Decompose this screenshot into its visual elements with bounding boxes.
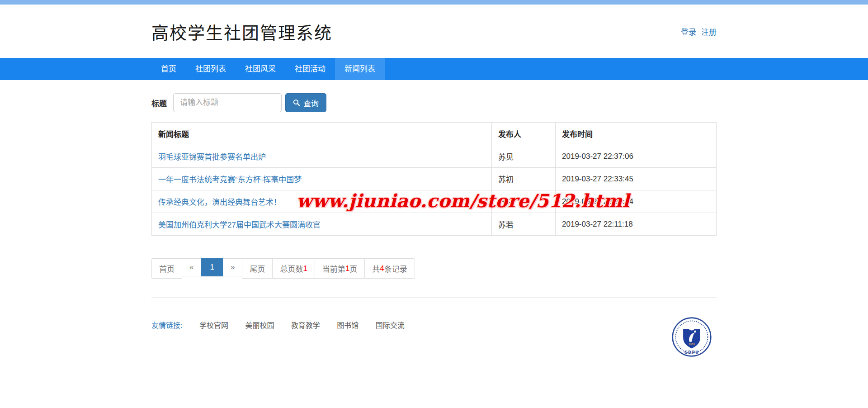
search-icon: [293, 99, 300, 106]
svg-text:GDPU: GDPU: [684, 350, 699, 355]
publisher-cell: 苏若: [491, 213, 555, 236]
footer-link-library[interactable]: 图书馆: [337, 322, 359, 329]
publisher-cell: 苏只: [491, 190, 555, 213]
nav-item-home[interactable]: 首页: [151, 58, 186, 80]
news-table: 新闻标题 发布人 发布时间 羽毛球亚锦赛首批参赛名单出炉 苏见 2019-03-…: [151, 122, 717, 236]
search-button[interactable]: 查询: [285, 93, 326, 112]
nav-item-club-style[interactable]: 社团风采: [236, 58, 285, 80]
table-header-row: 新闻标题 发布人 发布时间: [152, 123, 717, 145]
pagination-next[interactable]: »: [223, 258, 242, 276]
nav-item-club-activity[interactable]: 社团活动: [285, 58, 335, 80]
pagination-total-pages: 总页数1: [272, 258, 315, 279]
column-header-publish-time: 发布时间: [556, 123, 717, 145]
svg-text:1958: 1958: [689, 343, 695, 346]
search-form: 标题 查询: [151, 93, 717, 112]
publish-time-cell: 2019-03-27 22:33:45: [556, 168, 717, 190]
search-label: 标题: [151, 97, 167, 109]
news-title-link[interactable]: 传承经典文化，演出经典舞台艺术！: [158, 198, 281, 207]
table-row: 传承经典文化，演出经典舞台艺术！ 苏只 2019-03-27 22:20:14: [152, 190, 717, 213]
publish-time-cell: 2019-03-27 22:20:14: [556, 190, 717, 213]
table-row: 美国加州伯克利大学27届中国武术大赛圆满收官 苏若 2019-03-27 22:…: [152, 213, 717, 236]
pagination-last[interactable]: 尾页: [242, 258, 273, 279]
main-content: 标题 查询 新闻标题 发布人 发布时间 羽毛球亚锦赛首批参赛名单出炉 苏见: [151, 93, 717, 365]
footer: 友情链接: 学校官网 美丽校园 教育教学 图书馆 国际交流 1958 GDPU: [151, 298, 717, 365]
publish-time-cell: 2019-03-27 22:37:06: [556, 145, 717, 168]
footer-link-education[interactable]: 教育教学: [291, 322, 320, 329]
auth-links: 登录 注册: [681, 26, 717, 37]
column-header-publisher: 发布人: [491, 123, 555, 145]
pagination: 首页 « 1 » 尾页 总页数1 当前第1页 共4条记录: [151, 258, 415, 279]
friend-links-label: 友情链接:: [151, 322, 182, 329]
publisher-cell: 苏初: [491, 168, 555, 190]
nav-list: 首页 社团列表 社团风采 社团活动 新闻列表: [151, 58, 717, 80]
pagination-page-1[interactable]: 1: [201, 258, 223, 276]
university-logo: 1958 GDPU: [671, 317, 712, 357]
register-link[interactable]: 注册: [701, 28, 717, 37]
news-title-link[interactable]: 一年一度书法统考竞赛“东方杯·挥毫中国梦: [158, 176, 302, 184]
search-input[interactable]: [173, 93, 282, 112]
column-header-news-title: 新闻标题: [152, 123, 492, 145]
university-emblem-icon: 1958 GDPU: [671, 317, 712, 357]
top-accent-bar: [0, 0, 868, 5]
login-link[interactable]: 登录: [681, 28, 696, 37]
news-title-link[interactable]: 美国加州伯克利大学27届中国武术大赛圆满收官: [158, 221, 321, 229]
pagination-prev[interactable]: «: [182, 258, 201, 276]
pagination-record-count: 共4条记录: [364, 258, 415, 279]
main-nav: 首页 社团列表 社团风采 社团活动 新闻列表: [0, 58, 868, 80]
search-button-label: 查询: [303, 97, 319, 109]
page-title: 高校学生社团管理系统: [151, 19, 332, 44]
site-header: 高校学生社团管理系统 登录 注册: [0, 5, 868, 58]
news-title-link[interactable]: 羽毛球亚锦赛首批参赛名单出炉: [158, 153, 266, 161]
table-row: 羽毛球亚锦赛首批参赛名单出炉 苏见 2019-03-27 22:37:06: [152, 145, 717, 168]
footer-link-international[interactable]: 国际交流: [376, 322, 405, 329]
publisher-cell: 苏见: [491, 145, 555, 168]
footer-link-beautiful-campus[interactable]: 美丽校园: [245, 322, 274, 329]
publish-time-cell: 2019-03-27 22:11:18: [556, 213, 717, 236]
footer-link-school-site[interactable]: 学校官网: [199, 322, 228, 329]
pagination-current-page-info: 当前第1页: [315, 258, 365, 279]
table-row: 一年一度书法统考竞赛“东方杯·挥毫中国梦 苏初 2019-03-27 22:33…: [152, 168, 717, 190]
nav-item-news-list[interactable]: 新闻列表: [335, 58, 385, 80]
pagination-first[interactable]: 首页: [151, 258, 182, 279]
nav-item-club-list[interactable]: 社团列表: [186, 58, 236, 80]
